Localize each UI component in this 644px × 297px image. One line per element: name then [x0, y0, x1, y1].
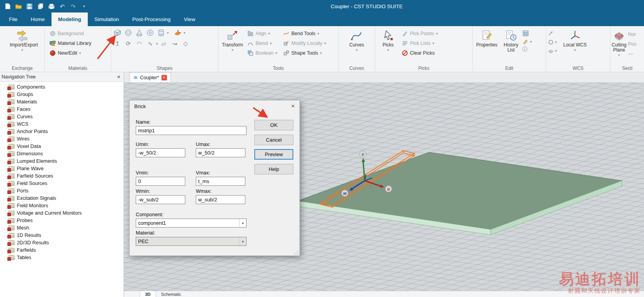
extrude-tool-icon[interactable]: ↥: [112, 39, 122, 49]
redo-icon[interactable]: ↷: [69, 3, 77, 10]
tab-simulation[interactable]: Simulation: [88, 12, 126, 26]
menu-file[interactable]: File: [2, 12, 24, 26]
torus-tool-button[interactable]: [145, 28, 155, 38]
tree-item[interactable]: Voltage and Current Monitors: [0, 209, 124, 217]
cutting-plane-button[interactable]: Cutting Plane: [612, 28, 626, 57]
vmax-input[interactable]: [196, 177, 245, 186]
tree-item[interactable]: Dimensions: [0, 150, 124, 157]
new-file-icon[interactable]: [4, 3, 11, 10]
tree-item[interactable]: Curves: [0, 113, 124, 120]
background-button[interactable]: Background: [48, 28, 93, 38]
tree-item[interactable]: 1D Results: [0, 231, 124, 239]
umin-input[interactable]: [136, 148, 185, 157]
tab-3d[interactable]: 3D: [140, 291, 156, 297]
boolean-button[interactable]: Boolean: [245, 48, 281, 58]
tab-post-processing[interactable]: Post-Processing: [126, 12, 177, 26]
tree-item[interactable]: Excitation Signals: [0, 194, 124, 202]
sphere-tool-button[interactable]: [123, 28, 133, 38]
tree-item[interactable]: Anchor Points: [0, 128, 124, 135]
tree-item[interactable]: WCS: [0, 120, 124, 128]
cylinder-tool-button[interactable]: [156, 28, 166, 38]
wcs-rotate-button[interactable]: [547, 39, 557, 45]
tree-item[interactable]: Groups: [0, 91, 124, 98]
local-wcs-button[interactable]: Local WCS: [563, 28, 587, 52]
help-button[interactable]: Help: [254, 164, 293, 174]
tree-item[interactable]: Tables: [0, 254, 124, 261]
material-select[interactable]: PEC ▾: [136, 237, 247, 246]
edit-macro-button[interactable]: [522, 38, 532, 45]
copy-icon[interactable]: [37, 3, 44, 10]
calculator-button[interactable]: [522, 30, 529, 37]
tree-item[interactable]: Lumped Elements: [0, 157, 124, 165]
section-normal-field[interactable]: Nor: [626, 29, 643, 39]
tree-item[interactable]: Probes: [0, 217, 124, 224]
caret-down-icon[interactable]: [184, 31, 186, 34]
cancel-button[interactable]: Cancel: [254, 135, 293, 145]
tab-schematic[interactable]: Schematic: [156, 291, 186, 297]
tab-home[interactable]: Home: [24, 12, 51, 26]
cone-tool-button[interactable]: [134, 28, 144, 38]
tree-item[interactable]: Farfield Sources: [0, 172, 124, 180]
tree-item[interactable]: 2D/3D Results: [0, 239, 124, 246]
tab-close-icon[interactable]: [161, 75, 167, 80]
tree-item[interactable]: Field Monitors: [0, 202, 124, 209]
material-library-button[interactable]: Material Library: [48, 38, 93, 48]
transform-button[interactable]: Transform: [220, 28, 245, 52]
close-panel-icon[interactable]: [117, 75, 121, 80]
caret-down-icon[interactable]: [167, 31, 169, 34]
tab-view[interactable]: View: [177, 12, 202, 26]
bend-tools-button[interactable]: Bend Tools: [281, 28, 336, 38]
customize-toolbar-caret-icon[interactable]: ▾: [80, 3, 88, 10]
section-position-field[interactable]: Pos: [626, 39, 643, 49]
sweep-curve-tool-icon[interactable]: ∿: [145, 39, 155, 49]
blend-button[interactable]: Blend: [245, 38, 281, 48]
import-export-button[interactable]: Import/Export: [10, 28, 35, 52]
tree-item[interactable]: Voxel Data: [0, 142, 124, 150]
shape-tools-button[interactable]: Shape Tools: [281, 48, 336, 58]
wmin-input[interactable]: [136, 195, 185, 204]
tab-modeling[interactable]: Modeling: [51, 12, 88, 26]
tree-item[interactable]: Wires: [0, 135, 124, 142]
vmin-input[interactable]: [136, 177, 185, 186]
document-tab-coupler[interactable]: ≋ Coupler*: [130, 72, 171, 82]
preview-button[interactable]: Preview: [254, 149, 293, 160]
open-file-icon[interactable]: [15, 3, 22, 10]
name-input[interactable]: [136, 126, 247, 135]
properties-button[interactable]: Properties: [474, 28, 500, 48]
pick-lists-button[interactable]: Pick Lists: [400, 38, 458, 48]
save-icon[interactable]: [26, 3, 33, 10]
modify-locally-button[interactable]: Modify Locally: [281, 38, 336, 48]
ok-button[interactable]: OK: [254, 120, 293, 130]
tree-item[interactable]: Farfields: [0, 246, 124, 254]
rotate-face-tool-icon[interactable]: ⟳: [123, 39, 133, 49]
tree-item[interactable]: Components: [0, 83, 124, 91]
tree-item[interactable]: Field Sources: [0, 180, 124, 187]
pick-face-shape-button[interactable]: [173, 28, 183, 38]
loft-tool-icon[interactable]: ◠: [134, 39, 144, 49]
wcs-align-button[interactable]: [547, 47, 557, 54]
section-value-field[interactable]: —: [626, 49, 643, 59]
history-list-button[interactable]: History List: [500, 28, 522, 53]
info-button[interactable]: i: [522, 46, 527, 52]
solid-from-surface-tool-icon[interactable]: ◇: [181, 39, 191, 49]
picks-button[interactable]: Picks: [376, 28, 400, 52]
wmax-input[interactable]: [196, 195, 245, 204]
curves-button[interactable]: Curves: [349, 28, 364, 52]
tree-item[interactable]: Mesh: [0, 224, 124, 231]
cover-planar-tool-icon[interactable]: ▱: [159, 39, 169, 49]
wcs-move-button[interactable]: [547, 30, 554, 37]
dialog-close-icon[interactable]: [291, 103, 295, 109]
print-icon[interactable]: [48, 3, 55, 10]
resize-grip[interactable]: [293, 249, 299, 255]
tree-item[interactable]: Plane Wave: [0, 165, 124, 172]
clear-picks-button[interactable]: Clear Picks: [400, 48, 458, 58]
tree-item[interactable]: Faces: [0, 105, 124, 113]
umax-input[interactable]: [196, 148, 245, 157]
component-select[interactable]: component1 ▾: [136, 219, 247, 228]
align-button[interactable]: Align: [245, 28, 281, 38]
brick-tool-button[interactable]: [112, 28, 122, 38]
tree-item[interactable]: Materials: [0, 98, 124, 105]
new-edit-button[interactable]: New/Edit: [48, 48, 93, 58]
caret-down-icon[interactable]: [156, 42, 158, 45]
trace-tool-icon[interactable]: ↝: [170, 39, 180, 49]
